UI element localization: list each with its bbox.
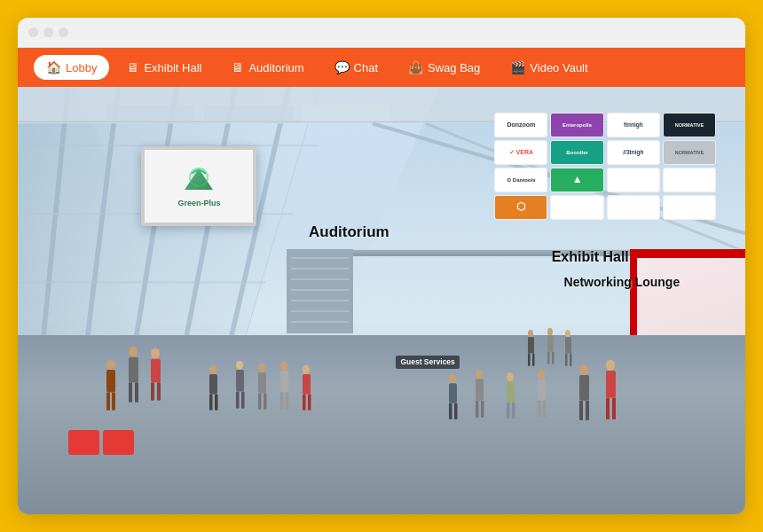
svg-rect-88 xyxy=(547,335,554,351)
browser-window: 🏠 Lobby 🖥 Exhibit Hall 🖥 Auditorium 💬 Ch… xyxy=(18,18,745,514)
nav-item-swag-bag[interactable]: 👜 Swag Bag xyxy=(396,55,492,80)
sponsor-panels: Donzoom Enteropolis finnigh NORMATIVE ✓ … xyxy=(494,113,716,220)
svg-rect-53 xyxy=(280,392,284,409)
nav-item-exhibit-hall[interactable]: 🖥 Exhibit Hall xyxy=(114,55,214,80)
svg-point-43 xyxy=(236,361,243,370)
svg-point-79 xyxy=(606,360,615,371)
lobby-scene: Green-Plus Donzoom Enteropolis finnigh N… xyxy=(18,87,745,514)
nav-item-chat[interactable]: 💬 Chat xyxy=(322,55,390,80)
sponsor-normative-1[interactable]: NORMATIVE xyxy=(663,113,716,137)
nav-item-video-vault[interactable]: 🎬 Video Vault xyxy=(498,55,600,80)
svg-point-55 xyxy=(303,365,310,374)
svg-rect-58 xyxy=(308,394,311,410)
browser-dot-yellow xyxy=(43,27,53,37)
swag-bag-icon: 👜 xyxy=(408,60,423,74)
svg-rect-56 xyxy=(303,374,311,394)
sponsor-normative-2[interactable]: NORMATIVE xyxy=(663,140,716,165)
svg-rect-54 xyxy=(286,392,289,409)
auditorium-icon: 🖥 xyxy=(232,60,244,74)
nav-label-auditorium: Auditorium xyxy=(248,61,303,74)
chat-icon: 💬 xyxy=(334,60,350,74)
svg-rect-46 xyxy=(241,391,245,408)
nav-label-swag: Swag Bag xyxy=(428,61,480,74)
svg-rect-89 xyxy=(547,351,550,364)
svg-rect-72 xyxy=(538,379,546,400)
screen-brand-label: Green-Plus xyxy=(177,199,220,207)
svg-rect-82 xyxy=(612,397,616,419)
nav-label-lobby: Lobby xyxy=(66,61,97,74)
svg-rect-14 xyxy=(302,106,390,122)
svg-point-35 xyxy=(151,348,160,358)
svg-rect-32 xyxy=(129,357,138,383)
green-plus-logo-svg xyxy=(179,165,218,197)
svg-rect-36 xyxy=(151,359,161,383)
svg-point-83 xyxy=(528,330,533,337)
svg-rect-74 xyxy=(543,401,547,418)
svg-rect-62 xyxy=(454,403,458,419)
nav-label-video: Video Vault xyxy=(530,61,587,74)
svg-rect-68 xyxy=(507,381,515,402)
svg-point-91 xyxy=(565,330,570,337)
svg-rect-52 xyxy=(280,371,288,392)
sponsor-donzoom[interactable]: Donzoom xyxy=(494,113,547,137)
nav-bar: 🏠 Lobby 🖥 Exhibit Hall 🖥 Auditorium 💬 Ch… xyxy=(18,48,745,87)
nav-label-exhibit: Exhibit Hall xyxy=(144,61,201,74)
svg-rect-69 xyxy=(507,403,510,419)
browser-chrome xyxy=(18,18,745,48)
exhibit-hall-label: Exhibit Hall xyxy=(552,249,629,265)
svg-point-47 xyxy=(258,364,265,372)
sponsor-vera[interactable]: ✓ VERA xyxy=(494,140,547,165)
sponsor-empty-4 xyxy=(607,195,660,220)
sponsor-enteropolis[interactable]: Enteropolis xyxy=(550,113,603,137)
auditorium-label: Auditorium xyxy=(309,223,389,241)
exhibit-icon: 🖥 xyxy=(127,60,139,74)
browser-dot-red xyxy=(28,27,38,37)
home-icon: 🏠 xyxy=(46,60,61,74)
svg-rect-42 xyxy=(215,394,218,410)
crowd-svg xyxy=(18,279,745,514)
green-plus-screen: Green-Plus xyxy=(141,146,256,226)
nav-item-auditorium[interactable]: 🖥 Auditorium xyxy=(219,55,316,80)
svg-rect-61 xyxy=(449,403,452,419)
svg-rect-80 xyxy=(606,371,616,398)
svg-rect-12 xyxy=(106,106,195,122)
svg-rect-48 xyxy=(258,372,266,393)
svg-point-71 xyxy=(538,370,545,379)
svg-rect-50 xyxy=(264,393,267,409)
svg-rect-92 xyxy=(565,337,571,353)
nav-item-lobby[interactable]: 🏠 Lobby xyxy=(34,55,109,80)
sponsor-finnigh[interactable]: finnigh xyxy=(607,113,660,137)
svg-rect-41 xyxy=(209,394,213,410)
sponsor-empty-2 xyxy=(663,168,716,192)
sponsor-empty-3 xyxy=(550,195,603,220)
sponsor-hex[interactable]: ⬡ xyxy=(494,195,547,220)
svg-rect-28 xyxy=(106,370,115,392)
svg-rect-57 xyxy=(303,394,306,410)
svg-rect-60 xyxy=(449,383,457,403)
sponsor-boonifer[interactable]: Boonifer xyxy=(550,140,603,165)
svg-rect-90 xyxy=(552,351,555,364)
svg-rect-94 xyxy=(570,354,572,366)
svg-rect-64 xyxy=(476,379,484,400)
svg-rect-70 xyxy=(512,403,515,419)
svg-rect-34 xyxy=(135,382,138,402)
svg-rect-65 xyxy=(476,401,479,418)
nav-label-chat: Chat xyxy=(354,61,378,74)
sponsor-triangle[interactable]: ▲ xyxy=(550,168,603,192)
svg-point-63 xyxy=(476,370,483,379)
svg-rect-78 xyxy=(586,401,589,420)
video-vault-icon: 🎬 xyxy=(510,60,525,74)
svg-rect-49 xyxy=(258,393,262,409)
sponsor-empty-5 xyxy=(663,195,716,220)
svg-rect-38 xyxy=(157,382,161,400)
svg-rect-86 xyxy=(532,354,535,366)
sponsor-dantools[interactable]: ⊙ Dantools xyxy=(494,168,547,192)
svg-rect-73 xyxy=(538,401,541,418)
svg-rect-30 xyxy=(112,392,115,410)
svg-point-75 xyxy=(579,364,588,375)
svg-point-51 xyxy=(280,362,287,371)
svg-rect-13 xyxy=(204,106,293,122)
browser-dot-green xyxy=(59,27,68,37)
sponsor-3tnigh[interactable]: //3tnigh xyxy=(607,140,660,165)
svg-point-67 xyxy=(507,372,514,381)
